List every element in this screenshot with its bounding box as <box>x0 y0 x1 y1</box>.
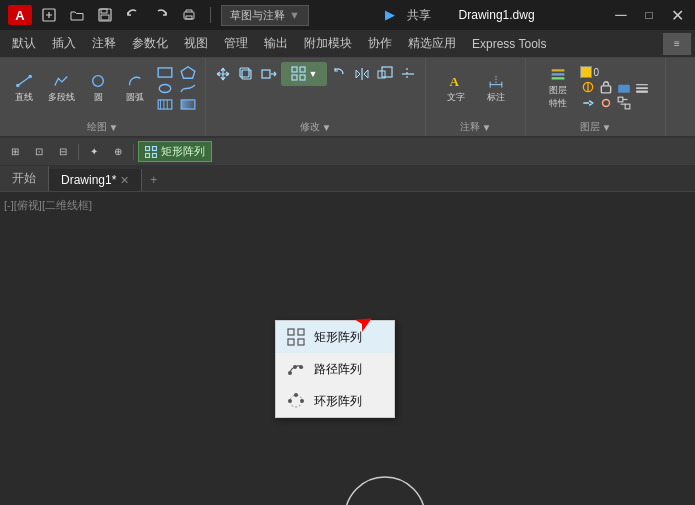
svg-point-64 <box>293 365 297 369</box>
svg-rect-45 <box>618 85 630 93</box>
ribbon-btn-layer-props[interactable]: 图层特性 <box>540 62 576 114</box>
ribbon-btn-gradient[interactable] <box>177 97 199 112</box>
close-button[interactable]: ✕ <box>667 5 687 25</box>
toolbar-array-active[interactable]: 矩形阵列 <box>138 141 212 162</box>
svg-rect-27 <box>300 75 305 80</box>
separator-1 <box>78 144 79 160</box>
doctab-close[interactable]: ✕ <box>120 174 129 187</box>
toolbar-icon-3[interactable]: ⊟ <box>52 141 74 163</box>
ribbon-btn-stretch[interactable] <box>258 62 280 86</box>
svg-rect-62 <box>298 339 304 345</box>
menu-featured[interactable]: 精选应用 <box>400 32 464 55</box>
ribbon-btn-hatch[interactable] <box>154 97 176 112</box>
svg-rect-3 <box>101 15 109 20</box>
menu-view[interactable]: 视图 <box>176 32 216 55</box>
maximize-button[interactable]: □ <box>639 5 659 25</box>
ribbon-btn-trim[interactable] <box>397 62 419 86</box>
quickaccess-open[interactable] <box>66 4 88 26</box>
menubar-expand[interactable]: ≡ <box>663 33 691 55</box>
ribbon-btn-text[interactable]: A 文字 <box>437 62 475 114</box>
toolbar-icon-2[interactable]: ⊡ <box>28 141 50 163</box>
menu-insert[interactable]: 插入 <box>44 32 84 55</box>
toolbar-icon-1[interactable]: ⊞ <box>4 141 26 163</box>
quickaccess-print[interactable] <box>178 4 200 26</box>
svg-line-6 <box>18 76 30 85</box>
minimize-button[interactable]: ─ <box>611 5 631 25</box>
layer-freeze[interactable] <box>580 80 596 94</box>
layer-lineweight[interactable] <box>634 80 650 94</box>
layer-group-expand[interactable]: ▼ <box>602 122 612 133</box>
ribbon-btn-dim[interactable]: 标注 <box>477 62 515 114</box>
menu-manage[interactable]: 管理 <box>216 32 256 55</box>
ribbon-btn-polyline[interactable]: 多段线 <box>43 62 79 114</box>
svg-rect-20 <box>262 70 270 78</box>
svg-rect-57 <box>153 153 157 157</box>
ribbon-group-layer-label: 图层 ▼ <box>580 118 612 134</box>
modify-group-expand[interactable]: ▼ <box>322 122 332 133</box>
toolbar-icon-4[interactable]: ✦ <box>83 141 105 163</box>
doctab-add[interactable]: + <box>142 169 165 191</box>
ribbon-btn-move[interactable] <box>212 62 234 86</box>
ribbon-btn-arc[interactable]: 圆弧 <box>117 62 153 114</box>
document-tabs: 开始 Drawing1* ✕ + <box>0 166 695 192</box>
menu-parametric[interactable]: 参数化 <box>124 32 176 55</box>
app-menu-button[interactable]: A <box>8 5 32 25</box>
quickaccess-new[interactable] <box>38 4 60 26</box>
layer-lock[interactable] <box>598 80 614 94</box>
btn-array-expand[interactable]: ▼ <box>309 69 318 79</box>
quickaccess-save[interactable] <box>94 4 116 26</box>
separator-2 <box>133 144 134 160</box>
quickaccess-redo[interactable] <box>150 4 172 26</box>
menu-default[interactable]: 默认 <box>4 32 44 55</box>
svg-rect-17 <box>181 99 195 108</box>
menu-collaborate[interactable]: 协作 <box>360 32 400 55</box>
ribbon-btn-array[interactable]: ▼ <box>281 62 327 86</box>
svg-point-65 <box>299 365 303 369</box>
btn-line-label: 直线 <box>15 91 33 104</box>
annotation-group-expand[interactable]: ▼ <box>482 122 492 133</box>
layer-isolate[interactable] <box>598 96 614 110</box>
svg-rect-51 <box>625 104 630 109</box>
ribbon-btn-line[interactable]: 直线 <box>6 62 42 114</box>
ribbon-btn-copy[interactable] <box>235 62 257 86</box>
menu-express-tools[interactable]: Express Tools <box>464 34 554 54</box>
layer-match[interactable] <box>616 96 632 110</box>
ribbon-group-modify-label: 修改 ▼ <box>300 118 332 134</box>
ribbon-btn-polygon[interactable] <box>177 65 199 80</box>
svg-marker-28 <box>356 70 360 78</box>
dropdown-item-path-array[interactable]: 路径阵列 <box>276 353 394 385</box>
ribbon-btn-mirror[interactable] <box>351 62 373 86</box>
workspace-dropdown[interactable]: 草图与注释 ▼ <box>221 5 309 26</box>
ribbon-btn-spline[interactable] <box>177 81 199 96</box>
toolbar-icon-5[interactable]: ⊕ <box>107 141 129 163</box>
share-icon: ▶ <box>385 7 395 22</box>
menu-annotation[interactable]: 注释 <box>84 32 124 55</box>
menu-addons[interactable]: 附加模块 <box>296 32 360 55</box>
circle-drawing <box>340 472 430 505</box>
svg-point-69 <box>288 399 292 403</box>
svg-rect-2 <box>101 9 107 13</box>
doctab-start[interactable]: 开始 <box>0 166 49 191</box>
ribbon-btn-scale[interactable] <box>374 62 396 86</box>
svg-rect-19 <box>240 68 249 77</box>
titlebar-left: A 草图与注释 ▼ <box>8 4 309 26</box>
viewport-label: [-][俯视][二维线框] <box>4 198 92 213</box>
svg-point-8 <box>28 74 32 78</box>
svg-rect-44 <box>601 86 610 93</box>
layer-color-swatch[interactable] <box>580 66 592 78</box>
ribbon-btn-rotate[interactable] <box>328 62 350 86</box>
btn-text-label: 文字 <box>447 91 465 104</box>
svg-rect-18 <box>242 70 251 79</box>
layer-number-label: 0 <box>594 67 600 78</box>
layer-make-current[interactable] <box>580 96 596 110</box>
layer-color[interactable] <box>616 80 632 94</box>
quickaccess-undo[interactable] <box>122 4 144 26</box>
doctab-drawing1[interactable]: Drawing1* ✕ <box>49 169 142 191</box>
draw-group-expand[interactable]: ▼ <box>109 122 119 133</box>
ribbon-btn-ellipse[interactable] <box>154 81 176 96</box>
dropdown-item-polar-array[interactable]: 环形阵列 <box>276 385 394 417</box>
ribbon-btn-circle[interactable]: 圆 <box>80 62 116 114</box>
svg-rect-61 <box>288 339 294 345</box>
ribbon-btn-rect[interactable] <box>154 65 176 80</box>
menu-output[interactable]: 输出 <box>256 32 296 55</box>
